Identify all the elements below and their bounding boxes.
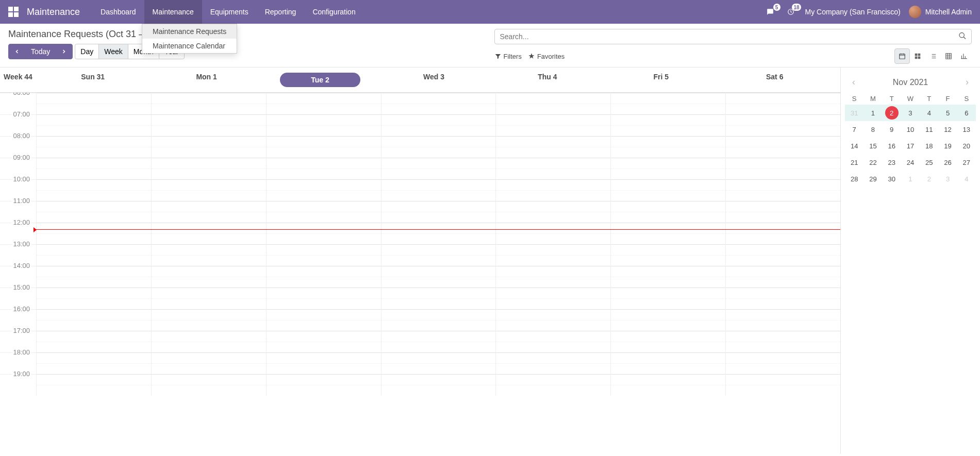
activities-badge: 18 [792, 4, 801, 11]
day-header[interactable]: Fri 5 [604, 71, 718, 89]
mini-cal-day[interactable]: 11 [920, 121, 938, 138]
user-menu[interactable]: Mitchell Admin [909, 6, 972, 18]
day-header[interactable]: Sun 31 [36, 71, 150, 89]
messages-icon[interactable]: 5 [764, 6, 776, 18]
mini-cal-day[interactable]: 29 [863, 171, 882, 187]
next-button[interactable] [55, 44, 73, 59]
mini-cal-day[interactable]: 14 [845, 138, 863, 154]
mini-cal-day[interactable]: 2 [920, 171, 938, 187]
mini-cal-day[interactable]: 24 [901, 154, 920, 171]
mini-cal-day[interactable]: 12 [938, 121, 957, 138]
favorites-button[interactable]: Favorites [528, 53, 564, 60]
nav-item-configuration[interactable]: Configuration [304, 0, 363, 24]
nav-item-dashboard[interactable]: Dashboard [92, 0, 144, 24]
mini-cal-day[interactable]: 4 [957, 171, 976, 187]
svg-point-1 [959, 33, 964, 38]
mini-cal-day[interactable]: 22 [863, 154, 882, 171]
mini-cal-dow: M [863, 93, 882, 105]
mini-cal-next[interactable]: › [962, 76, 972, 89]
day-header[interactable]: Thu 4 [491, 71, 604, 89]
day-column[interactable] [381, 93, 496, 396]
main: Week 44 Sun 31Mon 1Tue 2Wed 3Thu 4Fri 5S… [0, 67, 980, 454]
calendar-sidebar: ‹ Nov 2021 › SMTWTFS 3112345678910111213… [841, 67, 980, 454]
mini-cal-day[interactable]: 2 [883, 105, 901, 121]
calendar-header-row: Week 44 Sun 31Mon 1Tue 2Wed 3Thu 4Fri 5S… [0, 67, 840, 93]
mini-cal-day[interactable]: 31 [845, 105, 863, 121]
mini-cal-day[interactable]: 18 [920, 138, 938, 154]
time-column: 06:0007:0008:0009:0010:0011:0012:0013:00… [0, 93, 36, 396]
day-header[interactable]: Wed 3 [377, 71, 490, 89]
week-label: Week 44 [0, 71, 36, 89]
search-icon[interactable] [958, 32, 967, 42]
mini-cal-day[interactable]: 15 [863, 138, 882, 154]
day-column[interactable] [495, 93, 610, 396]
mini-cal-day[interactable]: 27 [957, 154, 976, 171]
day-column[interactable] [725, 93, 840, 396]
mini-cal-day[interactable]: 3 [901, 105, 920, 121]
apps-icon[interactable] [8, 7, 19, 17]
mini-cal-day[interactable]: 9 [883, 121, 901, 138]
search-input[interactable] [494, 29, 972, 44]
svg-rect-4 [918, 54, 921, 56]
mini-cal-day[interactable]: 26 [938, 154, 957, 171]
dropdown-item[interactable]: Maintenance Requests [142, 24, 237, 39]
navbar-menu: DashboardMaintenanceEquipmentsReportingC… [92, 0, 364, 24]
time-label: 19:00 [0, 374, 36, 396]
view-calendar[interactable] [894, 48, 910, 64]
mini-cal-day[interactable]: 21 [845, 154, 863, 171]
mini-cal-day[interactable]: 5 [938, 105, 957, 121]
mini-cal-day[interactable]: 1 [863, 105, 882, 121]
today-button[interactable]: Today [25, 44, 56, 59]
mini-cal-day[interactable]: 28 [845, 171, 863, 187]
mini-cal-prev[interactable]: ‹ [849, 76, 858, 89]
mini-cal-day[interactable]: 30 [883, 171, 901, 187]
nav-item-maintenance[interactable]: Maintenance [144, 0, 202, 24]
view-list[interactable] [925, 48, 941, 64]
view-pivot[interactable] [941, 48, 956, 64]
nav-item-reporting[interactable]: Reporting [257, 0, 305, 24]
activities-icon[interactable]: 18 [785, 6, 797, 18]
day-header[interactable]: Tue 2 [263, 71, 377, 89]
user-name: Mitchell Admin [925, 8, 972, 16]
day-header[interactable]: Mon 1 [150, 71, 263, 89]
mini-cal-day[interactable]: 4 [920, 105, 938, 121]
navbar: Maintenance DashboardMaintenanceEquipmen… [0, 0, 980, 24]
avatar [909, 6, 921, 18]
svg-rect-7 [946, 54, 952, 59]
prev-button[interactable] [8, 44, 26, 59]
mini-cal-day[interactable]: 6 [957, 105, 976, 121]
filters-label: Filters [504, 53, 522, 60]
day-column[interactable] [151, 93, 266, 396]
app-brand[interactable]: Maintenance [27, 7, 80, 18]
mini-cal-dow: T [920, 93, 938, 105]
calendar-body[interactable]: 06:0007:0008:0009:0010:0011:0012:0013:00… [0, 93, 840, 454]
mini-cal-day[interactable]: 8 [863, 121, 882, 138]
mini-cal-day[interactable]: 10 [901, 121, 920, 138]
mini-cal-day[interactable]: 1 [901, 171, 920, 187]
mini-cal-day[interactable]: 16 [883, 138, 901, 154]
day-column[interactable] [266, 93, 381, 396]
mini-cal-day[interactable]: 17 [901, 138, 920, 154]
mini-cal-day[interactable]: 20 [957, 138, 976, 154]
day-column[interactable] [610, 93, 725, 396]
nav-item-equipments[interactable]: Equipments [202, 0, 257, 24]
dropdown-item[interactable]: Maintenance Calendar [142, 39, 237, 53]
scale-day[interactable]: Day [75, 44, 99, 59]
view-kanban[interactable] [910, 48, 925, 64]
maintenance-dropdown: Maintenance RequestsMaintenance Calendar [142, 24, 237, 54]
navbar-right: 5 18 My Company (San Francisco) Mitchell… [764, 6, 972, 18]
mini-cal-day[interactable]: 3 [938, 171, 957, 187]
mini-cal-dow: T [883, 93, 901, 105]
day-column[interactable] [36, 93, 151, 396]
filters-button[interactable]: Filters [494, 53, 522, 60]
view-graph[interactable] [956, 48, 972, 64]
mini-cal-day[interactable]: 13 [957, 121, 976, 138]
mini-cal-day[interactable]: 23 [883, 154, 901, 171]
day-columns[interactable] [36, 93, 840, 396]
mini-cal-day[interactable]: 7 [845, 121, 863, 138]
mini-cal-day[interactable]: 19 [938, 138, 957, 154]
scale-week[interactable]: Week [98, 44, 128, 59]
day-header[interactable]: Sat 6 [718, 71, 832, 89]
mini-cal-day[interactable]: 25 [920, 154, 938, 171]
company-switcher[interactable]: My Company (San Francisco) [805, 8, 901, 16]
